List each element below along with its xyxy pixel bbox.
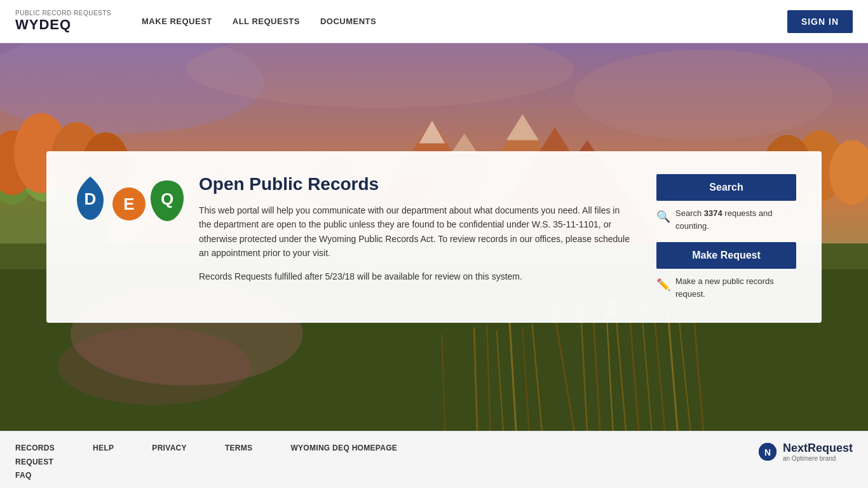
search-icon: 🔍 (656, 208, 670, 226)
brand: PUBLIC RECORD REQUESTS WYDEQ (15, 10, 111, 33)
svg-text:E: E (123, 194, 134, 214)
deq-logo: D E Q (72, 174, 173, 222)
search-action-group: Search 🔍 Search 3374 requests and counti… (656, 174, 796, 232)
footer-col-5: WYOMING DEQ HOMEPAGE (290, 442, 397, 483)
nav-make-request[interactable]: MAKE REQUEST (142, 17, 212, 26)
footer-link-faq[interactable]: FAQ (15, 469, 55, 483)
make-request-desc-text: Make a new public records request. (675, 275, 796, 300)
make-request-action-group: Make Request ✏️ Make a new public record… (656, 242, 796, 300)
edit-icon: ✏️ (656, 276, 670, 294)
logo-d-icon: D (72, 175, 109, 221)
footer-link-terms[interactable]: TERMS (225, 442, 253, 456)
footer-col-3: PRIVACY (152, 442, 187, 483)
footer-links: RECORDS REQUEST FAQ HELP PRIVACY TERMS W… (15, 442, 435, 483)
search-button[interactable]: Search (656, 174, 796, 201)
site-title: WYDEQ (15, 17, 111, 33)
nextrequest-icon: N (759, 443, 776, 461)
content-card: D E Q (46, 151, 822, 323)
card-note-text: Records Requests fulfilled after 5/23/18… (199, 269, 631, 283)
footer-col-4: TERMS (225, 442, 253, 483)
footer-link-privacy[interactable]: PRIVACY (152, 442, 187, 456)
footer: RECORDS REQUEST FAQ HELP PRIVACY TERMS W… (0, 431, 868, 488)
make-request-button[interactable]: Make Request (656, 242, 796, 269)
footer-link-help[interactable]: HELP (93, 442, 114, 456)
svg-text:N: N (764, 447, 771, 458)
hero-section: D E Q (0, 43, 868, 431)
card-content: Open Public Records This web portal will… (199, 174, 631, 283)
svg-point-54 (57, 327, 251, 405)
make-request-description: ✏️ Make a new public records request. (656, 275, 796, 300)
footer-brand-sub: an Optimere brand (783, 455, 853, 462)
footer-link-records-request-faq[interactable]: RECORDS (15, 442, 55, 456)
header: PUBLIC RECORD REQUESTS WYDEQ MAKE REQUES… (0, 0, 868, 43)
footer-link-wyoming-deq[interactable]: WYOMING DEQ HOMEPAGE (290, 442, 397, 456)
nav-all-requests[interactable]: ALL REQUESTS (233, 17, 300, 26)
footer-brand-name: NextRequest (783, 442, 853, 455)
signin-button[interactable]: SIGN IN (787, 10, 853, 33)
footer-link-records-request-faq-2[interactable]: REQUEST (15, 456, 55, 470)
card-body-text: This web portal will help you communicat… (199, 203, 631, 261)
footer-brand-text: NextRequest an Optimere brand (783, 442, 853, 462)
search-desc-text: Search 3374 requests and counting. (675, 207, 796, 232)
footer-col-1: RECORDS REQUEST FAQ (15, 442, 55, 483)
footer-brand: N NextRequest an Optimere brand (759, 442, 853, 462)
search-count: 3374 (704, 208, 722, 218)
svg-point-2 (574, 50, 833, 140)
card-actions: Search 🔍 Search 3374 requests and counti… (656, 174, 796, 300)
footer-col-2: HELP (93, 442, 114, 483)
site-supertitle: PUBLIC RECORD REQUESTS (15, 10, 111, 17)
main-nav: MAKE REQUEST ALL REQUESTS DOCUMENTS (142, 17, 787, 26)
content-card-wrapper: D E Q (46, 151, 822, 323)
card-title: Open Public Records (199, 174, 631, 194)
logo-e-icon: E (112, 187, 146, 220)
search-description: 🔍 Search 3374 requests and counting. (656, 207, 796, 232)
nav-documents[interactable]: DOCUMENTS (320, 17, 376, 26)
svg-text:Q: Q (161, 189, 173, 208)
svg-text:D: D (85, 189, 97, 208)
logo-q-icon: Q (149, 179, 185, 222)
